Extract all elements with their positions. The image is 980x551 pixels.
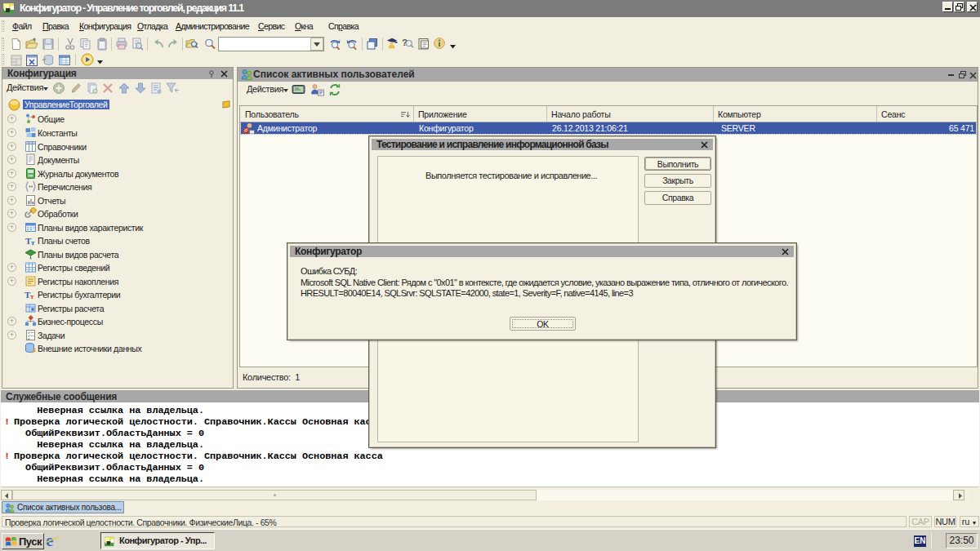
svg-text:т: т (30, 292, 34, 300)
svg-text:т: т (31, 238, 35, 247)
